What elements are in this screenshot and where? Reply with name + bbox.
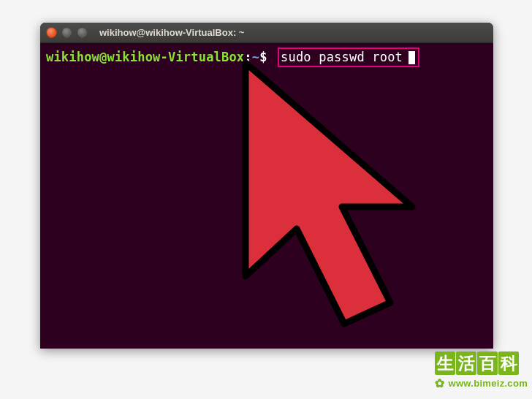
window-titlebar[interactable]: wikihow@wikihow-VirtualBox: ~ bbox=[40, 23, 493, 43]
prompt-separator: : bbox=[244, 50, 251, 64]
command-highlight-box: sudo passwd root bbox=[278, 48, 419, 67]
watermark-char: 百 bbox=[477, 352, 498, 375]
terminal-body[interactable]: wikihow@wikihow-VirtualBox:~$ sudo passw… bbox=[40, 43, 493, 72]
terminal-window: wikihow@wikihow-VirtualBox: ~ wikihow@wi… bbox=[40, 23, 493, 349]
close-button[interactable] bbox=[46, 27, 57, 38]
window-title: wikihow@wikihow-VirtualBox: ~ bbox=[99, 27, 244, 38]
watermark: 生 活 百 科 ✿ www.bimeiz.com bbox=[435, 352, 528, 390]
text-cursor bbox=[408, 51, 415, 64]
watermark-char: 生 bbox=[435, 352, 455, 375]
watermark-char: 活 bbox=[456, 352, 476, 375]
flower-icon: ✿ bbox=[435, 376, 444, 390]
prompt-user-host: wikihow@wikihow-VirtualBox bbox=[46, 50, 244, 64]
prompt-symbol: $ bbox=[259, 50, 267, 64]
maximize-button[interactable] bbox=[77, 27, 88, 38]
prompt-path: ~ bbox=[252, 50, 259, 64]
watermark-url: www.bimeiz.com bbox=[449, 378, 528, 389]
watermark-char: 科 bbox=[498, 352, 519, 375]
command-text: sudo passwd root bbox=[281, 50, 403, 64]
minimize-button[interactable] bbox=[61, 27, 72, 38]
watermark-chars: 生 活 百 科 bbox=[435, 352, 528, 375]
watermark-url-row: ✿ www.bimeiz.com bbox=[435, 376, 528, 390]
